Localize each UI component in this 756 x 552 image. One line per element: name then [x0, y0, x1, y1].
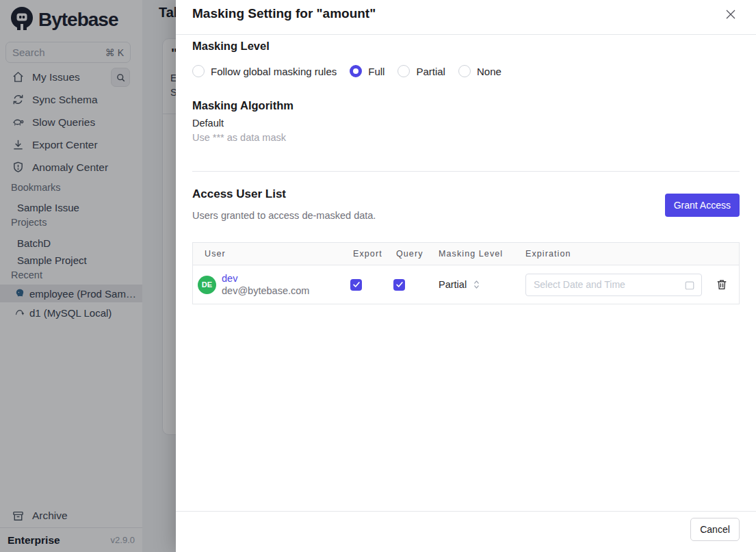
export-checkbox[interactable]	[350, 279, 362, 291]
row-actions-cell	[703, 278, 740, 291]
col-query: Query	[384, 249, 427, 259]
masking-algorithm-heading: Masking Algorithm	[192, 99, 294, 112]
radio-label: Partial	[416, 66, 445, 77]
masking-level-heading: Masking Level	[192, 40, 270, 53]
access-user-list-heading: Access User List	[192, 187, 286, 201]
table-row: DE dev dev@bytebase.com	[193, 265, 739, 304]
col-expiration: Expiration	[514, 249, 703, 259]
query-cell	[384, 279, 427, 291]
app-screen: Bytebase ⌘ K My Issues Sy	[0, 0, 756, 552]
divider	[192, 171, 740, 172]
select-updown-icon	[473, 280, 480, 289]
masking-level-select[interactable]: Partial	[427, 279, 514, 290]
radio-icon	[192, 65, 205, 77]
col-masking-level: Masking Level	[427, 249, 514, 259]
col-export: Export	[341, 249, 384, 259]
avatar: DE	[198, 276, 216, 294]
radio-partial[interactable]: Partial	[397, 65, 445, 77]
expiration-date-picker[interactable]	[525, 274, 702, 296]
radio-icon	[397, 65, 410, 77]
radio-icon	[458, 65, 471, 77]
radio-none[interactable]: None	[458, 65, 501, 77]
divider	[176, 34, 756, 35]
col-user: User	[193, 249, 341, 259]
masking-level-value: Partial	[439, 279, 467, 290]
check-icon	[395, 280, 404, 289]
check-icon	[352, 280, 361, 289]
expiration-input[interactable]	[526, 279, 701, 290]
calendar-icon	[684, 280, 695, 291]
algorithm-name: Default	[192, 118, 224, 129]
grant-access-button[interactable]: Grant Access	[665, 194, 740, 217]
radio-full[interactable]: Full	[350, 65, 384, 77]
radio-icon-selected	[350, 65, 362, 77]
expiration-cell	[514, 274, 703, 296]
radio-follow-global[interactable]: Follow global masking rules	[192, 65, 337, 77]
masking-level-radio-group: Follow global masking rules Full Partial…	[192, 65, 501, 77]
trash-icon[interactable]	[716, 278, 728, 291]
query-checkbox[interactable]	[393, 279, 405, 291]
table-header: User Export Query Masking Level Expirati…	[193, 243, 739, 265]
masking-setting-modal: Masking Setting for "amount" Masking Lev…	[176, 0, 756, 552]
close-icon	[724, 8, 738, 21]
access-user-table: User Export Query Masking Level Expirati…	[192, 242, 740, 304]
user-email: dev@bytebase.com	[222, 285, 309, 297]
export-cell	[341, 279, 384, 291]
user-name-link[interactable]: dev	[222, 272, 309, 285]
user-cell: DE dev dev@bytebase.com	[193, 272, 341, 297]
modal-title: Masking Setting for "amount"	[192, 6, 376, 21]
radio-label: None	[477, 66, 501, 77]
access-user-list-subtitle: Users granted to access de-masked data.	[192, 210, 376, 221]
close-button[interactable]	[724, 8, 738, 21]
divider	[176, 511, 756, 512]
radio-label: Full	[368, 66, 384, 77]
cancel-button[interactable]: Cancel	[690, 518, 740, 541]
radio-label: Follow global masking rules	[211, 66, 337, 77]
algorithm-description: Use *** as data mask	[192, 132, 286, 143]
